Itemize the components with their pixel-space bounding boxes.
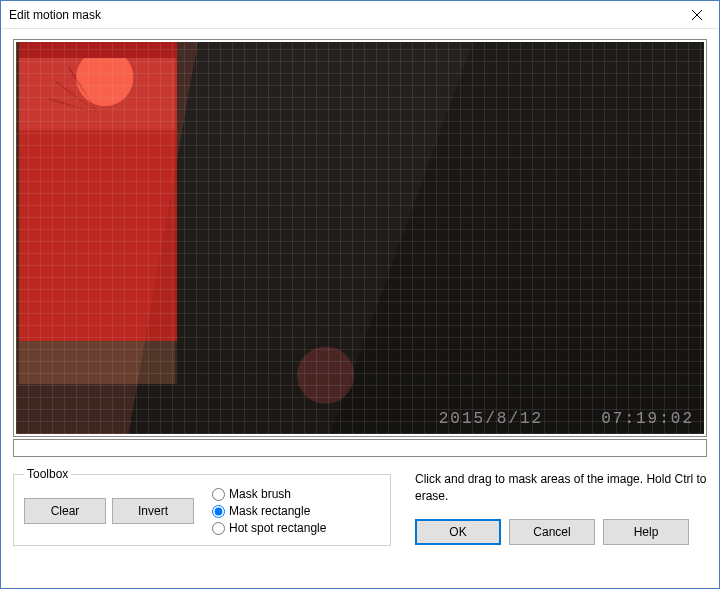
close-icon	[692, 10, 702, 20]
help-button[interactable]: Help	[603, 519, 689, 545]
dialog-content: 2015/8/12 07:19:02 Toolbox Clear Invert …	[1, 29, 719, 588]
instruction-text: Click and drag to mask areas of the imag…	[415, 471, 707, 505]
radio-mask-brush-label: Mask brush	[229, 487, 291, 501]
close-button[interactable]	[675, 1, 719, 29]
radio-hot-spot-rectangle-input[interactable]	[212, 522, 225, 535]
cancel-button[interactable]: Cancel	[509, 519, 595, 545]
radio-hot-spot-rectangle-label: Hot spot rectangle	[229, 521, 326, 535]
invert-button[interactable]: Invert	[112, 498, 194, 524]
toolbox-group: Toolbox Clear Invert Mask brush Mask rec…	[13, 467, 391, 546]
radio-mask-brush-input[interactable]	[212, 488, 225, 501]
right-panel: Click and drag to mask areas of the imag…	[415, 467, 707, 546]
mask-mode-radios: Mask brush Mask rectangle Hot spot recta…	[212, 487, 326, 535]
window-title: Edit motion mask	[9, 8, 675, 22]
mask-region[interactable]	[19, 42, 177, 341]
camera-timestamp: 2015/8/12 07:19:02	[439, 410, 694, 428]
radio-mask-rectangle[interactable]: Mask rectangle	[212, 504, 326, 518]
radio-mask-rectangle-label: Mask rectangle	[229, 504, 310, 518]
mask-canvas[interactable]: 2015/8/12 07:19:02	[16, 42, 704, 434]
bottom-panel: Toolbox Clear Invert Mask brush Mask rec…	[13, 467, 707, 546]
radio-mask-rectangle-input[interactable]	[212, 505, 225, 518]
edit-motion-mask-dialog: Edit motion mask 2015/8/12 07:19:02 Tool…	[0, 0, 720, 589]
toolbox-legend: Toolbox	[24, 467, 71, 481]
radio-hot-spot-rectangle[interactable]: Hot spot rectangle	[212, 521, 326, 535]
dialog-buttons: OK Cancel Help	[415, 519, 707, 545]
status-strip	[13, 439, 707, 457]
preview-frame: 2015/8/12 07:19:02	[13, 39, 707, 437]
radio-mask-brush[interactable]: Mask brush	[212, 487, 326, 501]
titlebar: Edit motion mask	[1, 1, 719, 29]
ok-button[interactable]: OK	[415, 519, 501, 545]
clear-button[interactable]: Clear	[24, 498, 106, 524]
